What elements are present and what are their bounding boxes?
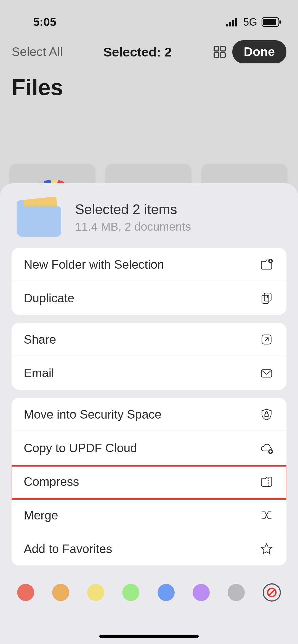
color-tag-row xyxy=(12,573,286,602)
status-time: 5:05 xyxy=(33,15,56,29)
action-favorite[interactable]: Add to Favorites xyxy=(12,532,286,566)
nav-bar: Select All Selected: 2 Done xyxy=(0,30,298,63)
folder-plus-icon xyxy=(259,257,274,272)
grid-icon xyxy=(213,45,226,58)
cellular-icon xyxy=(226,18,239,26)
color-tag-purple[interactable] xyxy=(193,584,210,601)
svg-rect-0 xyxy=(226,24,228,26)
action-duplicate[interactable]: Duplicate xyxy=(12,281,286,315)
svg-rect-8 xyxy=(220,46,225,51)
svg-rect-6 xyxy=(280,20,281,24)
action-group-2: Share Email xyxy=(12,323,286,390)
sheet-title: Selected 2 items xyxy=(75,201,191,217)
action-label: Email xyxy=(24,366,54,380)
cloud-plus-icon xyxy=(259,440,274,456)
color-tag-gray[interactable] xyxy=(228,584,245,601)
sheet-header: Selected 2 items 11.4 MB, 2 documents xyxy=(12,194,286,248)
action-label: Compress xyxy=(24,475,79,489)
sheet-subtitle: 11.4 MB, 2 documents xyxy=(75,220,191,233)
selection-folder-icon xyxy=(17,198,64,237)
home-indicator[interactable] xyxy=(99,635,199,638)
action-merge[interactable]: Merge xyxy=(12,499,286,532)
action-label: New Folder with Selection xyxy=(24,258,164,271)
zip-folder-icon xyxy=(259,474,274,489)
svg-rect-7 xyxy=(214,46,219,51)
action-security-space[interactable]: Move into Security Space xyxy=(12,398,286,431)
no-color-icon xyxy=(266,587,277,598)
action-group-3: Move into Security Space Copy to UPDF Cl… xyxy=(12,398,286,566)
action-sheet: Selected 2 items 11.4 MB, 2 documents Ne… xyxy=(0,183,298,644)
duplicate-icon xyxy=(259,290,274,306)
color-tag-green[interactable] xyxy=(122,584,139,601)
svg-rect-2 xyxy=(232,20,234,26)
status-right: 5G xyxy=(226,16,281,28)
action-share[interactable]: Share xyxy=(12,323,286,356)
svg-rect-1 xyxy=(229,22,231,26)
action-copy-cloud[interactable]: Copy to UPDF Cloud xyxy=(12,431,286,465)
network-label: 5G xyxy=(243,16,257,28)
action-label: Merge xyxy=(24,508,58,522)
svg-rect-19 xyxy=(261,370,272,377)
action-compress[interactable]: Compress xyxy=(12,465,286,499)
action-email[interactable]: Email xyxy=(12,356,286,390)
svg-line-23 xyxy=(269,589,275,596)
selected-count-label: Selected: 2 xyxy=(68,44,207,60)
svg-rect-3 xyxy=(235,18,237,26)
color-tag-none[interactable] xyxy=(263,583,281,602)
action-label: Duplicate xyxy=(24,291,74,305)
status-bar: 5:05 5G xyxy=(0,0,298,30)
mail-icon xyxy=(259,365,274,381)
share-icon xyxy=(259,332,274,347)
merge-icon xyxy=(259,508,274,523)
grid-toggle-button[interactable] xyxy=(212,45,227,59)
action-label: Move into Security Space xyxy=(24,408,161,421)
battery-icon xyxy=(262,17,281,27)
select-all-button[interactable]: Select All xyxy=(12,45,63,59)
action-group-1: New Folder with Selection Duplicate xyxy=(12,248,286,315)
svg-rect-20 xyxy=(265,414,268,416)
star-icon xyxy=(259,541,274,557)
action-new-folder[interactable]: New Folder with Selection xyxy=(12,248,286,281)
page-title: Files xyxy=(0,63,298,100)
action-label: Share xyxy=(24,333,56,346)
shield-lock-icon xyxy=(259,407,274,422)
done-button[interactable]: Done xyxy=(232,40,287,63)
svg-rect-9 xyxy=(214,53,219,57)
action-label: Add to Favorites xyxy=(24,542,112,556)
color-tag-orange[interactable] xyxy=(52,584,69,601)
action-label: Copy to UPDF Cloud xyxy=(24,441,137,455)
svg-rect-10 xyxy=(220,53,225,57)
color-tag-yellow[interactable] xyxy=(87,584,104,601)
color-tag-blue[interactable] xyxy=(158,584,175,601)
svg-rect-5 xyxy=(263,19,276,25)
color-tag-red[interactable] xyxy=(17,584,34,601)
